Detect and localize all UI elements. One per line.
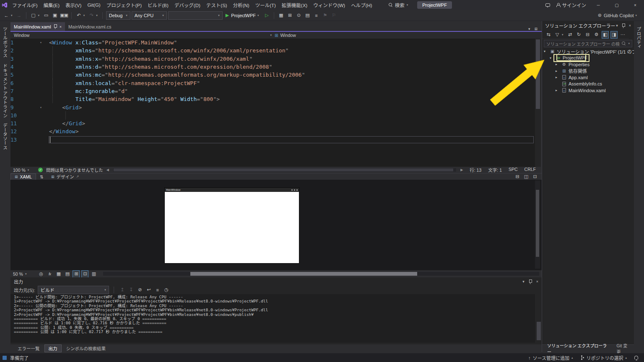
restore-button[interactable]: ▢ [610,0,623,10]
expander-icon[interactable]: ▸ [556,75,560,79]
switch-views-icon[interactable]: ⇆ [545,31,552,39]
panel-tab[interactable]: エラー一覧 [14,345,44,352]
dropdown-arrow-icon[interactable]: ▾ [83,14,85,17]
code-line[interactable]: 13 [10,136,535,144]
expander-icon[interactable]: ▾ [544,49,548,53]
timestamp-icon[interactable]: ◷ [163,286,170,294]
line-ending-indicator[interactable]: CRLF [525,167,536,173]
start-without-debugging-icon[interactable]: ▷ [263,12,270,19]
tree-item[interactable]: ▸Properties [542,61,634,68]
open-file-icon[interactable]: ▭ [42,12,49,19]
chevron-down-icon[interactable]: ▾ [616,23,618,28]
code-line[interactable]: 3 xmlns:x="http://schemas.microsoft.com/… [10,55,535,63]
member-dropdown[interactable]: ⊞ Window [275,32,296,39]
solution-configuration-dropdown[interactable]: Debug ▾ [106,11,130,20]
scrollbar-thumb[interactable] [190,272,417,276]
tool-window-tab[interactable]: ツールボックス [2,27,8,58]
popout-icon[interactable]: ↗ [76,175,79,178]
toolbar-icon[interactable]: ≡ [313,12,320,19]
ruler-icon[interactable]: ▥ [90,270,97,278]
clear-all-icon[interactable]: ⊘ [136,286,143,294]
code-area[interactable]: 1▾<Window x:Class="ProjectWPF.MainWindow… [10,39,535,167]
dropdown-arrow-icon[interactable]: ▾ [562,33,564,36]
document-tab[interactable]: MainWindow.xaml× [10,22,65,31]
panel-tab[interactable]: 出力 [44,344,62,352]
float-window-icon[interactable]: ⊞ [534,27,538,31]
refresh-icon[interactable]: ↻ [575,31,582,39]
scrollbar-thumb[interactable] [536,39,540,109]
element-dropdown[interactable]: Window ▾ [14,32,272,39]
menu-item[interactable]: ウィンドウ(W) [310,0,348,10]
toolbar-icon[interactable]: ▦ [278,12,285,19]
tree-item[interactable]: ▸MainWindow.xaml [542,87,634,94]
pin-icon[interactable] [622,23,625,28]
sign-in-button[interactable]: サインイン [556,2,587,8]
pin-icon[interactable] [54,24,57,29]
toolbar-icon[interactable]: ▤ [304,12,311,19]
more-icon[interactable]: ⋯ [619,31,626,39]
minimize-button[interactable]: ─ [592,0,605,10]
tree-item[interactable]: ▾ソリューション 'ProjectWPF' (1/1 のプロジェクト) [542,48,634,55]
solution-platform-dropdown[interactable]: Any CPU ▾ [132,11,167,20]
github-copilot-button[interactable]: ⊚ GitHub Copilot ▾ [598,13,644,18]
code-line[interactable]: 2 xmlns="http://schemas.microsoft.com/wi… [10,47,535,54]
toolbar-icon[interactable]: ⊞ [286,12,293,19]
code-line[interactable]: 5 xmlns:mc="http://schemas.openxmlformat… [10,71,535,79]
fold-marker[interactable]: ▾ [40,106,49,109]
designer-zoom-dropdown[interactable]: 50 % ▾ [13,272,35,277]
menu-item[interactable]: ツール(T) [252,0,279,10]
problems-status-text[interactable]: 問題は見つかりませんでした [46,167,103,173]
tree-item[interactable]: ▸App.xaml [542,74,634,81]
snap-grid-icon[interactable]: ▤ [64,270,71,278]
expander-icon[interactable]: ▸ [556,62,560,66]
indent-icon[interactable]: ≡ [154,286,161,294]
select-repository-button[interactable]: リポジトリの選択 ▴ [580,354,627,361]
pin-icon[interactable] [529,279,532,284]
document-list-dropdown-icon[interactable]: ▾ [528,27,530,31]
designer-horizontal-scrollbar[interactable] [103,272,539,276]
code-line[interactable]: 8 Title="MainWindow" Height="450" Width=… [10,95,535,103]
expander-icon[interactable]: ▸ [556,69,560,73]
swap-panes-button[interactable]: ⇅ [36,173,47,180]
feedback-icon[interactable] [545,3,550,7]
spaces-indicator[interactable]: SPC [509,167,518,173]
code-line[interactable]: 10 [10,111,535,119]
menu-item[interactable]: ビルド(B) [145,0,171,10]
menu-item[interactable]: 表示(V) [62,0,84,10]
fold-marker[interactable]: ▾ [40,41,49,44]
designer-vertical-scrollbar[interactable] [535,181,540,269]
split-vertical-icon[interactable]: ◫ [522,173,530,181]
editor-horizontal-scrollbar[interactable] [113,168,456,172]
zoom-fit-icon[interactable]: ◎ [37,270,44,278]
save-icon[interactable]: ▣ [51,12,58,19]
split-horizontal-icon[interactable]: ⊟ [514,173,521,181]
tree-item[interactable]: ▸依存関係 [542,68,634,75]
tool-window-tab[interactable]: データソース [2,123,8,150]
scrollbar-thumb[interactable] [537,322,541,340]
chevron-down-icon[interactable]: ▾ [522,279,525,284]
xaml-view-tab[interactable]: ⊞ XAML [10,173,36,180]
navigate-backward-icon[interactable]: ← [3,12,10,19]
save-all-icon[interactable]: ▣▣ [60,12,68,19]
menu-item[interactable]: テスト(S) [203,0,230,10]
start-debugging-button[interactable]: ▶ ProjectWPF ▾ [224,13,262,18]
scrollbar-thumb[interactable] [114,168,453,171]
output-vertical-scrollbar[interactable] [536,294,542,343]
close-icon[interactable]: × [60,25,62,29]
scrollbar-thumb[interactable] [536,190,539,257]
tool-window-tab[interactable]: ドキュメント アウトライン [2,64,8,118]
scroll-left-icon[interactable]: ◀ [106,168,109,172]
code-line[interactable]: 11 </Grid> [10,119,535,127]
notifications-bell-icon[interactable] [634,356,638,359]
menu-item[interactable]: 編集(E) [41,0,62,10]
properties-tool-window-tab[interactable]: プロパティ [636,27,642,49]
effects-icon[interactable]: fx [46,270,53,278]
filter-icon[interactable]: ▽ [553,31,561,39]
sync-with-active-document-icon[interactable]: ⇄ [566,31,574,39]
close-icon[interactable]: × [536,279,538,284]
show-grid-icon[interactable]: ▦ [55,270,62,278]
collapse-all-icon[interactable]: ⊟ [584,31,591,39]
close-icon[interactable]: × [629,23,631,28]
code-line[interactable]: 12</Window> [10,127,535,135]
close-button[interactable]: × [629,0,641,10]
